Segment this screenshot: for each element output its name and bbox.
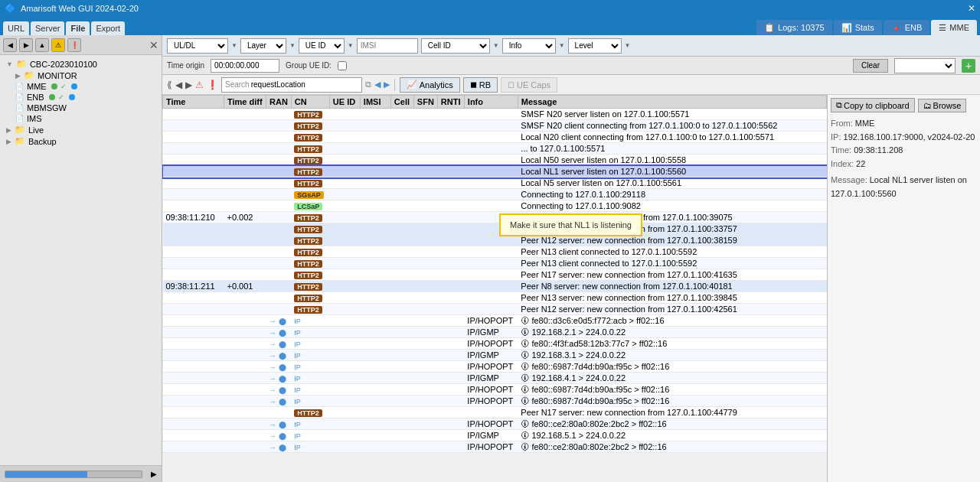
sidebar-tree: ▼ 📁 CBC-2023010100 ▶ 📁 MONITOR 📄 MME ✓ 📄 — [0, 55, 162, 465]
table-row[interactable]: → ⬤IPIP/IGMP🛈 192.168.2.1 > 224.0.0.22 — [163, 327, 827, 338]
badge-http2: HTTP2 — [294, 295, 322, 302]
nav-export[interactable]: Export — [91, 21, 125, 35]
time-origin-input[interactable] — [211, 59, 279, 73]
close-icon[interactable]: ✕ — [968, 3, 975, 14]
nav-url[interactable]: URL — [3, 21, 29, 35]
nav-file[interactable]: File — [66, 21, 90, 35]
table-row[interactable]: → ⬤IPIP/IGMP🛈 192.168.3.1 > 224.0.0.22 — [163, 350, 827, 361]
nav-forward-btn[interactable]: ▶ — [19, 38, 33, 52]
ip-key: IP: — [831, 132, 844, 142]
alert-btn[interactable]: ❗ — [67, 38, 81, 52]
sidebar-item-enb[interactable]: 📄 ENB ✓ — [12, 92, 158, 103]
log-nav-next[interactable]: ▶ — [185, 80, 192, 90]
browse-btn[interactable]: 🗂 Browse — [918, 99, 967, 112]
log-warn-btn[interactable]: ⚠ — [195, 80, 204, 90]
tab-logs[interactable]: 📋 Logs: 10375 — [756, 20, 832, 35]
table-row[interactable]: HTTP2Peer N13 client connected to 127.0.… — [163, 246, 827, 258]
cell-message: Connecting to 127.0.1.100:29118 — [518, 189, 826, 200]
nav-up-btn[interactable]: ▲ — [35, 38, 49, 52]
rb-btn[interactable]: ◼ RB — [463, 77, 498, 93]
table-row[interactable]: HTTP2SMSF N20 client connecting from 127… — [163, 120, 827, 132]
add-filter-btn[interactable]: + — [962, 59, 975, 73]
group-ue-checkbox[interactable] — [338, 61, 347, 70]
table-row[interactable]: HTTP2Peer N12 server: new connection fro… — [163, 235, 827, 246]
badge-http2: HTTP2 — [294, 237, 322, 245]
layer-select[interactable]: Layer — [240, 38, 286, 54]
badge-http2: HTTP2 — [294, 157, 322, 164]
uldl-select[interactable]: UL/DL — [167, 38, 228, 54]
sidebar-item-mbmsgw[interactable]: 📄 MBMSGW — [12, 103, 158, 113]
warn-btn[interactable]: ⚠ — [51, 38, 65, 52]
folder-icon: 📁 — [16, 59, 27, 69]
cell-ran — [266, 120, 292, 132]
table-row[interactable]: SGsAPConnecting to 127.0.1.100:29118 — [163, 189, 827, 200]
table-row[interactable]: LCSaPConnecting to 127.0.1.100:9082 — [163, 200, 827, 212]
table-row[interactable]: → ⬤IPIP/HOPOPT🛈 fe80::6987:7d4d:b90a:f95… — [163, 361, 827, 373]
expand-sidebar-btn[interactable]: ▶ — [151, 470, 157, 478]
ip-icon: IP — [294, 432, 301, 440]
table-row[interactable]: HTTP2Peer N17 server: new connection fro… — [163, 269, 827, 281]
cell-info: IP/HOPOPT — [464, 418, 518, 430]
table-row[interactable]: HTTP2Peer N13 client connected to 127.0.… — [163, 258, 827, 269]
search-next-icon[interactable]: ▶ — [384, 80, 390, 90]
clear-btn[interactable]: Clear — [853, 59, 888, 73]
ueid-select[interactable]: UE ID — [299, 38, 345, 54]
table-row[interactable]: HTTP2Local N20 client connecting from 12… — [163, 132, 827, 143]
ran-arrow2-icon: ⬤ — [279, 329, 286, 337]
from-value: MME — [855, 119, 875, 128]
imsi-input[interactable] — [357, 38, 418, 54]
cell-info — [464, 269, 518, 281]
sidebar-item-monitor[interactable]: ▶ 📁 MONITOR — [12, 70, 158, 81]
page-icon: 📄 — [15, 93, 24, 101]
tab-enb[interactable]: 🔺 ENB — [884, 20, 930, 35]
table-row[interactable]: HTTP2Peer N17 server: new connection fro… — [163, 407, 827, 418]
log-nav-first[interactable]: ⟪ — [167, 80, 172, 90]
nav-back-btn[interactable]: ◀ — [3, 38, 17, 52]
cell-ueid — [329, 235, 360, 246]
table-row[interactable]: HTTP2Peer N13 server: new connection fro… — [163, 223, 827, 235]
uc-caps-btn[interactable]: ◻ UE Caps — [501, 77, 557, 93]
info-select[interactable]: Info — [502, 38, 556, 54]
log-nav-prev[interactable]: ◀ — [175, 80, 182, 90]
sidebar-item-cbc[interactable]: ▼ 📁 CBC-2023010100 — [3, 58, 158, 70]
log-alert-btn[interactable]: ❗ — [207, 80, 218, 90]
table-row[interactable]: 09:38:11.210+0.002HTTP2Peer N8 server: n… — [163, 212, 827, 223]
sidebar-item-mme[interactable]: 📄 MME ✓ — [12, 81, 158, 92]
table-row[interactable]: → ⬤IPIP/IGMP🛈 192.168.4.1 > 224.0.0.22 — [163, 373, 827, 384]
table-row[interactable]: → ⬤IPIP/IGMP🛈 192.168.5.1 > 224.0.0.22 — [163, 430, 827, 441]
table-row[interactable]: HTTP2Local NL1 server listen on 127.0.1.… — [163, 166, 827, 177]
table-row[interactable]: → ⬤IPIP/HOPOPT🛈 fe80::6987:7d4d:b90a:f95… — [163, 384, 827, 396]
table-row[interactable]: → ⬤IPIP/HOPOPT🛈 fe80::6987:7d4d:b90a:f95… — [163, 396, 827, 407]
sidebar-item-backup[interactable]: ▶ 📁 Backup — [3, 135, 158, 147]
table-row[interactable]: HTTP2Peer N13 server: new connection fro… — [163, 292, 827, 304]
nav-server[interactable]: Server — [31, 21, 64, 35]
table-row[interactable]: HTTP2Peer N12 server: new connection fro… — [163, 304, 827, 315]
table-row[interactable]: → ⬤IPIP/HOPOPT🛈 fe80::ce2:80a0:802e:2bc2… — [163, 441, 827, 453]
cell-cn: HTTP2 — [291, 281, 329, 292]
clear-select[interactable] — [894, 58, 956, 73]
table-row[interactable]: → ⬤IPIP/HOPOPT🛈 fe80::d3c6:e0d5:f772:acb… — [163, 315, 827, 327]
search-copy-icon[interactable]: ⧉ — [365, 80, 371, 90]
table-row[interactable]: HTTP2SMSF N20 server listen on 127.0.1.1… — [163, 109, 827, 120]
analytics-btn[interactable]: 📈 Analytics — [400, 77, 460, 93]
search-prev-icon[interactable]: ◀ — [374, 80, 381, 90]
copy-clipboard-btn[interactable]: ⧉ Copy to clipboard — [831, 98, 915, 112]
search-bar: ⟪ ◀ ▶ ⚠ ❗ Search ⧉ ◀ ▶ 📈 Analytics ◼ RB … — [162, 75, 980, 95]
table-row[interactable]: HTTP2Local N50 server listen on 127.0.1.… — [163, 155, 827, 166]
check-icon1: ✓ — [60, 83, 67, 90]
cellid-select[interactable]: Cell ID — [421, 38, 490, 54]
cell-ran — [266, 189, 292, 200]
tab-stats[interactable]: 📊 Stats — [834, 20, 882, 35]
sidebar-item-ims[interactable]: 📄 IMS — [12, 113, 158, 124]
table-row[interactable]: HTTP2... to 127.0.1.100:5571 — [163, 143, 827, 155]
table-row[interactable]: 09:38:11.211+0.001HTTP2Peer N8 server: n… — [163, 281, 827, 292]
level-select[interactable]: Level — [568, 38, 622, 54]
table-row[interactable]: HTTP2Local N5 server listen on 127.0.1.1… — [163, 177, 827, 189]
sidebar-item-live[interactable]: ▶ 📁 Live — [3, 124, 158, 135]
table-row[interactable]: → ⬤IPIP/HOPOPT🛈 fe80::4f3f:ad58:12b3:77c… — [163, 338, 827, 350]
sidebar-close-btn[interactable]: ✕ — [149, 39, 158, 51]
table-row[interactable]: → ⬤IPIP/HOPOPT🛈 fe80::ce2:80a0:802e:2bc2… — [163, 418, 827, 430]
search-input[interactable] — [251, 80, 358, 89]
tab-mme[interactable]: ☰ MME — [931, 20, 977, 35]
cell-time — [163, 223, 224, 235]
